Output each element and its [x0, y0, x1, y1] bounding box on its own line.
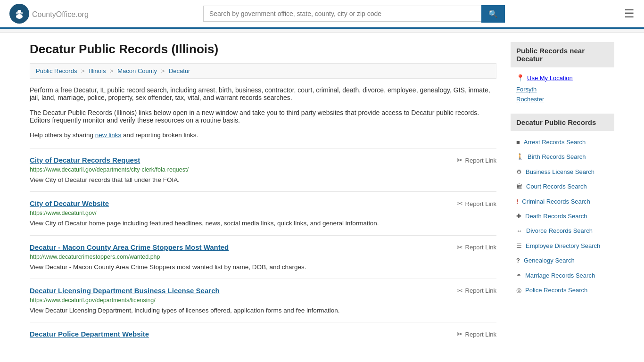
header: CountyOffice.org 🔍 ☰ [0, 0, 644, 29]
report-label: Report Link [465, 157, 496, 164]
police-icon: ◎ [516, 285, 521, 296]
sidebar-item-employee[interactable]: ☰ Employee Directory Search [511, 239, 614, 253]
birth-icon: 🚶 [516, 151, 524, 162]
result-title[interactable]: City of Decatur Website [30, 199, 109, 207]
result-title[interactable]: Decatur - Macon County Area Crime Stoppe… [30, 243, 229, 251]
result-title[interactable]: Decatur Licensing Department Business Li… [30, 287, 220, 295]
breadcrumb-macon-county[interactable]: Macon County [117, 67, 157, 74]
result-item: City of Decatur Records Request ✂ Report… [30, 148, 496, 191]
genealogy-search-link[interactable]: Genealogy Search [524, 255, 575, 266]
result-header: Decatur Licensing Department Business Li… [30, 287, 496, 295]
report-label: Report Link [465, 331, 496, 338]
employee-icon: ☰ [516, 240, 522, 251]
sidebar-item-genealogy[interactable]: ? Genealogy Search [511, 253, 614, 268]
main-container: Decatur Public Records (Illinois) Public… [20, 33, 624, 356]
court-icon: 🏛 [516, 181, 522, 192]
nearby-section: Public Records near Decatur 📍 Use My Loc… [511, 42, 614, 104]
divorce-icon: ↔ [516, 225, 522, 236]
sidebar-item-death[interactable]: ✚ Death Records Search [511, 209, 614, 223]
result-url[interactable]: http://www.decaturcrimestoppers.com/want… [30, 254, 496, 260]
result-title[interactable]: Decatur Police Department Website [30, 330, 149, 338]
report-icon: ✂ [457, 243, 463, 252]
police-records-link[interactable]: Police Records Search [525, 285, 587, 296]
result-description: View Decatur - Macon County Area Crime S… [30, 263, 496, 272]
content-area: Decatur Public Records (Illinois) Public… [30, 42, 496, 347]
use-my-location-button[interactable]: 📍 Use My Location [511, 71, 614, 84]
report-link-button[interactable]: ✂ Report Link [457, 330, 496, 338]
sidebar-item-marriage[interactable]: ⚭ Marriage Records Search [511, 268, 614, 283]
death-records-link[interactable]: Death Records Search [525, 211, 587, 222]
svg-point-4 [21, 12, 23, 15]
result-header: Decatur - Macon County Area Crime Stoppe… [30, 243, 496, 252]
hamburger-icon: ☰ [624, 7, 635, 20]
share-text-before: Help others by sharing [30, 132, 95, 139]
report-link-button[interactable]: ✂ Report Link [457, 287, 496, 295]
use-location-link[interactable]: Use My Location [527, 74, 573, 82]
report-icon: ✂ [457, 199, 463, 208]
business-license-link[interactable]: Business License Search [526, 166, 594, 177]
search-area: 🔍 [203, 5, 505, 23]
result-url[interactable]: https://www.decaturil.gov/departments/li… [30, 297, 496, 304]
nearby-forsyth-link[interactable]: Forsyth [511, 84, 614, 94]
result-url[interactable]: https://www.decaturil.gov/ [30, 210, 496, 216]
sidebar-item-police[interactable]: ◎ Police Records Search [511, 283, 614, 297]
report-label: Report Link [465, 200, 496, 207]
report-link-button[interactable]: ✂ Report Link [457, 199, 496, 208]
breadcrumb-public-records[interactable]: Public Records [36, 67, 77, 74]
report-link-button[interactable]: ✂ Report Link [457, 156, 496, 165]
breadcrumb-decatur[interactable]: Decatur [169, 67, 190, 74]
report-icon: ✂ [457, 287, 463, 295]
result-item: City of Decatur Website ✂ Report Link ht… [30, 191, 496, 235]
breadcrumb-sep-3: > [161, 67, 165, 74]
result-item: Decatur - Macon County Area Crime Stoppe… [30, 235, 496, 279]
sidebar-item-criminal[interactable]: ! Criminal Records Search [511, 194, 614, 209]
svg-point-2 [16, 14, 23, 19]
criminal-icon: ! [516, 196, 518, 207]
court-records-link[interactable]: Court Records Search [526, 181, 587, 192]
genealogy-icon: ? [516, 255, 520, 266]
result-url[interactable]: https://www.decaturil.gov/departments/ci… [30, 166, 496, 173]
share-paragraph: Help others by sharing new links and rep… [30, 132, 496, 139]
sidebar-item-arrest[interactable]: ■ Arrest Records Search [511, 135, 614, 149]
result-description: View City of Decatur records that fall u… [30, 175, 496, 185]
search-button[interactable]: 🔍 [481, 5, 505, 23]
report-label: Report Link [465, 244, 496, 251]
records-section: Decatur Public Records ■ Arrest Records … [511, 114, 614, 297]
nearby-rochester-link[interactable]: Rochester [511, 94, 614, 104]
breadcrumb: Public Records > Illinois > Macon County… [30, 63, 496, 79]
results-list: City of Decatur Records Request ✂ Report… [30, 148, 496, 347]
report-link-button[interactable]: ✂ Report Link [457, 243, 496, 252]
menu-button[interactable]: ☰ [624, 7, 635, 20]
sidebar-item-business[interactable]: ⚙ Business License Search [511, 165, 614, 179]
sidebar-item-divorce[interactable]: ↔ Divorce Records Search [511, 223, 614, 238]
result-header: Decatur Police Department Website ✂ Repo… [30, 330, 496, 338]
share-text-after: and reporting broken links. [121, 132, 198, 139]
subheader-band [0, 29, 644, 33]
search-input[interactable] [203, 6, 481, 22]
employee-directory-link[interactable]: Employee Directory Search [526, 240, 600, 251]
breadcrumb-illinois[interactable]: Illinois [89, 67, 106, 74]
arrest-records-link[interactable]: Arrest Records Search [524, 137, 586, 148]
marriage-icon: ⚭ [516, 270, 521, 281]
business-icon: ⚙ [516, 166, 522, 177]
new-links-link[interactable]: new links [95, 132, 122, 139]
search-icon: 🔍 [488, 10, 498, 18]
divorce-records-link[interactable]: Divorce Records Search [526, 225, 593, 236]
birth-records-link[interactable]: Birth Records Search [528, 151, 586, 162]
result-item: Decatur Licensing Department Business Li… [30, 279, 496, 322]
sidebar: Public Records near Decatur 📍 Use My Loc… [511, 42, 614, 347]
report-icon: ✂ [457, 330, 463, 338]
records-section-title: Decatur Public Records [511, 114, 614, 131]
report-icon: ✂ [457, 156, 463, 165]
death-icon: ✚ [516, 211, 521, 222]
result-description: View Decatur Licensing Department, inclu… [30, 306, 496, 315]
sidebar-item-court[interactable]: 🏛 Court Records Search [511, 179, 614, 194]
result-title[interactable]: City of Decatur Records Request [30, 156, 140, 164]
logo-text: CountyOffice.org [32, 8, 89, 19]
criminal-records-link[interactable]: Criminal Records Search [522, 196, 590, 207]
breadcrumb-sep-1: > [81, 67, 85, 74]
logo-icon [9, 4, 29, 24]
sidebar-item-birth[interactable]: 🚶 Birth Records Search [511, 149, 614, 164]
marriage-records-link[interactable]: Marriage Records Search [525, 270, 595, 281]
report-label: Report Link [465, 287, 496, 294]
